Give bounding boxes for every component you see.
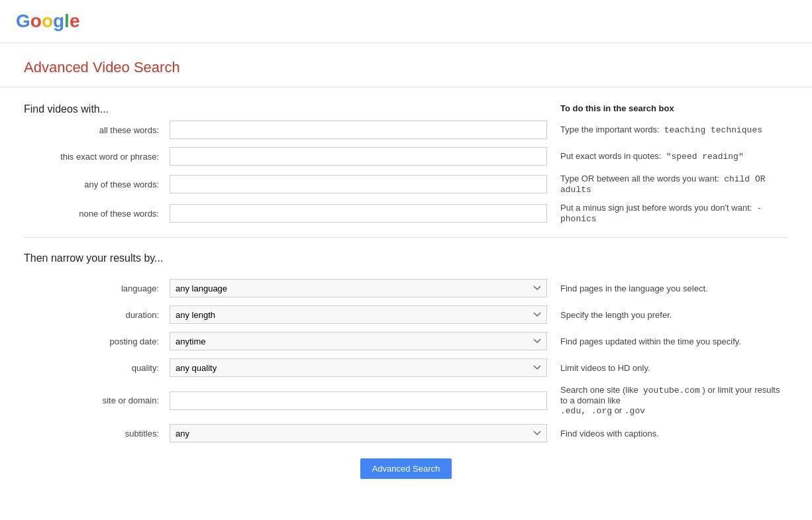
site-domain-row: site or domain: Search one site (like yo… — [24, 385, 788, 416]
posting-date-row: posting date: anytime past 24 hours past… — [24, 332, 788, 350]
logo-letter-o2: o — [42, 11, 53, 32]
language-hint: Find pages in the language you select. — [560, 284, 788, 293]
main-content: Find videos with... To do this in the se… — [0, 87, 812, 520]
subtitles-hint: Find videos with captions. — [560, 429, 788, 439]
any-words-hint: Type OR between all the words you want: … — [560, 174, 788, 195]
exact-phrase-input[interactable] — [170, 147, 547, 166]
quality-row: quality: any quality high quality (720p … — [24, 358, 788, 377]
any-words-row: any of these words: Type OR between all … — [24, 174, 788, 195]
section-divider — [24, 237, 788, 238]
duration-select[interactable]: any length short (less than 4 minutes) m… — [170, 305, 547, 324]
all-words-hint: Type the important words: teaching techn… — [560, 125, 788, 135]
posting-date-select[interactable]: anytime past 24 hours past week past mon… — [170, 332, 547, 350]
quality-hint: Limit videos to HD only. — [560, 363, 788, 373]
find-section-label: Find videos with... — [24, 103, 170, 115]
site-domain-hint: Search one site (like youtube.com ) or l… — [560, 385, 788, 416]
logo-letter-e: e — [70, 11, 80, 32]
duration-label: duration: — [24, 310, 170, 320]
logo-letter-o1: o — [30, 11, 42, 32]
all-words-row: all these words: Type the important word… — [24, 121, 788, 139]
exact-phrase-row: this exact word or phrase: Put exact wor… — [24, 147, 788, 166]
logo-letter-g: G — [16, 11, 30, 32]
advanced-search-button[interactable]: Advanced Search — [360, 458, 452, 479]
site-domain-label: site or domain: — [24, 395, 170, 405]
subtitles-row: subtitles: any closed captions Find vide… — [24, 424, 788, 442]
none-words-hint: Put a minus sign just before words you d… — [560, 203, 788, 224]
all-words-label: all these words: — [24, 125, 170, 135]
find-section-header: Find videos with... To do this in the se… — [24, 103, 788, 115]
page-title: Advanced Video Search — [0, 43, 812, 87]
none-words-row: none of these words: Put a minus sign ju… — [24, 203, 788, 224]
quality-select[interactable]: any quality high quality (720p or higher… — [170, 358, 547, 377]
submit-row: Advanced Search — [24, 458, 788, 505]
quality-label: quality: — [24, 363, 170, 373]
any-words-input[interactable] — [170, 175, 547, 193]
exact-phrase-hint: Put exact words in quotes: "speed readin… — [560, 151, 788, 162]
none-words-input[interactable] — [170, 204, 547, 223]
language-select[interactable]: any language Arabic Chinese (Simplified)… — [170, 279, 547, 297]
logo-letter-g2: g — [53, 11, 64, 32]
language-label: language: — [24, 284, 170, 293]
site-domain-input[interactable] — [170, 391, 547, 410]
narrow-section-label: Then narrow your results by... — [24, 251, 170, 266]
posting-date-hint: Find pages updated within the time you s… — [560, 337, 788, 346]
posting-date-label: posting date: — [24, 337, 170, 346]
search-box-header: To do this in the search box — [560, 103, 674, 115]
logo-letter-l: l — [64, 11, 70, 32]
google-logo: Google — [16, 11, 796, 32]
language-row: language: any language Arabic Chinese (S… — [24, 279, 788, 297]
exact-phrase-label: this exact word or phrase: — [24, 152, 170, 162]
subtitles-select[interactable]: any closed captions — [170, 424, 547, 442]
duration-hint: Specify the length you prefer. — [560, 310, 788, 320]
subtitles-label: subtitles: — [24, 429, 170, 439]
none-words-label: none of these words: — [24, 209, 170, 219]
header: Google — [0, 0, 812, 43]
duration-row: duration: any length short (less than 4 … — [24, 305, 788, 324]
narrow-section-header: Then narrow your results by... — [24, 251, 788, 266]
any-words-label: any of these words: — [24, 180, 170, 189]
all-words-input[interactable] — [170, 121, 547, 139]
